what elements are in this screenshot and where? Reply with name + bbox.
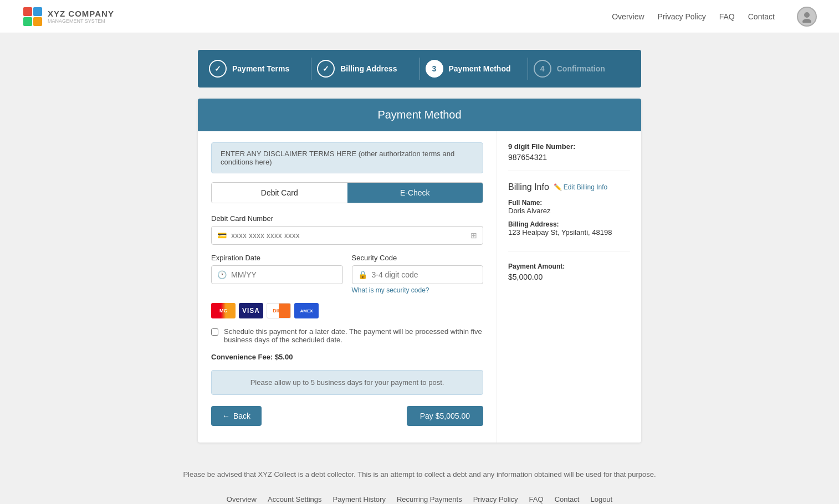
- footer-link-logout[interactable]: Logout: [590, 495, 612, 503]
- edit-billing-label: Edit Billing Info: [564, 183, 607, 191]
- back-button-label: Back: [233, 412, 250, 420]
- main-content: ✓ Payment Terms ✓ Billing Address 3 Paym…: [192, 50, 647, 443]
- full-name-row: Full Name: Doris Alvarez: [508, 199, 630, 215]
- debit-card-tab[interactable]: Debit Card: [212, 183, 347, 203]
- footer-link-account[interactable]: Account Settings: [268, 495, 322, 503]
- file-number-label: 9 digit File Number:: [508, 142, 630, 151]
- footer-notice-text: Please be advised that XYZ Collect is a …: [183, 470, 656, 479]
- expiration-input-wrapper: 🕐: [211, 265, 343, 284]
- step-payment-terms: ✓ Payment Terms: [209, 60, 305, 78]
- svg-rect-1: [33, 7, 42, 16]
- svg-rect-2: [23, 17, 32, 26]
- navbar: XYZ COMPANY MANAGEMENT SYSTEM Overview P…: [0, 0, 839, 33]
- footer-link-overview[interactable]: Overview: [227, 495, 257, 503]
- convenience-fee-value: $5.00: [275, 353, 293, 361]
- clock-icon: 🕐: [217, 270, 227, 279]
- payment-amount-label: Payment Amount:: [508, 263, 630, 270]
- expiry-security-row: Expiration Date 🕐 Security Code 🔒 What i…: [211, 254, 483, 294]
- step-divider-1: [311, 58, 311, 80]
- nav-faq[interactable]: FAQ: [719, 12, 735, 21]
- logo-icon: [22, 6, 43, 27]
- security-input-wrapper: 🔒: [352, 265, 484, 284]
- step-2-circle: ✓: [317, 60, 335, 78]
- full-name-label: Full Name:: [508, 199, 630, 207]
- card-input-icon-right: ⊞: [470, 231, 477, 240]
- svg-point-5: [802, 19, 811, 23]
- echeck-tab[interactable]: E-Check: [347, 183, 483, 203]
- step-2-label: Billing Address: [340, 64, 397, 73]
- pencil-icon: ✏️: [554, 183, 562, 191]
- footer-link-recurring[interactable]: Recurring Payments: [397, 495, 462, 503]
- disclaimer-box: ENTER ANY DISCLAIMER TERMS HERE (other a…: [211, 142, 483, 173]
- amex-logo: AMEX: [294, 303, 319, 318]
- nav-contact[interactable]: Contact: [748, 12, 775, 21]
- security-code-group: Security Code 🔒 What is my security code…: [352, 254, 484, 294]
- info-notice: Please allow up to 5 business days for y…: [211, 370, 483, 395]
- card-number-label: Debit Card Number: [211, 214, 483, 223]
- billing-address-label: Billing Address:: [508, 220, 630, 228]
- card-number-group: Debit Card Number 💳 ⊞: [211, 214, 483, 245]
- footer-link-faq[interactable]: FAQ: [529, 495, 544, 503]
- navbar-links: Overview Privacy Policy FAQ Contact: [612, 7, 817, 27]
- card-left: ENTER ANY DISCLAIMER TERMS HERE (other a…: [198, 131, 497, 443]
- footer-link-payment-history[interactable]: Payment History: [333, 495, 386, 503]
- step-confirmation: 4 Confirmation: [534, 60, 630, 78]
- discover-logo: DISC: [267, 303, 291, 318]
- tab-buttons: Debit Card E-Check: [211, 182, 483, 203]
- brand-name: XYZ COMPANY: [48, 9, 114, 18]
- info-notice-text: Please allow up to 5 business days for y…: [250, 378, 444, 387]
- footer-link-contact[interactable]: Contact: [555, 495, 580, 503]
- file-number-section: 9 digit File Number: 987654321: [508, 142, 630, 171]
- brand: XYZ COMPANY MANAGEMENT SYSTEM: [22, 6, 612, 27]
- stepper: ✓ Payment Terms ✓ Billing Address 3 Paym…: [198, 50, 641, 88]
- billing-info-section: Billing Info ✏️ Edit Billing Info Full N…: [508, 182, 630, 251]
- back-button[interactable]: ← Back: [211, 406, 262, 426]
- edit-billing-link[interactable]: ✏️ Edit Billing Info: [554, 183, 607, 191]
- file-number-value: 987654321: [508, 153, 630, 162]
- payment-amount-value: $5,000.00: [508, 272, 630, 281]
- brand-sub: MANAGEMENT SYSTEM: [48, 18, 114, 24]
- card-body: ENTER ANY DISCLAIMER TERMS HERE (other a…: [198, 131, 641, 443]
- disclaimer-text: ENTER ANY DISCLAIMER TERMS HERE (other a…: [221, 150, 454, 166]
- card-number-input[interactable]: [231, 231, 466, 240]
- nav-privacy[interactable]: Privacy Policy: [658, 12, 706, 21]
- security-label: Security Code: [352, 254, 484, 262]
- security-code-input[interactable]: [372, 270, 478, 279]
- convenience-fee: Convenience Fee: $5.00: [211, 353, 483, 361]
- billing-info-title: Billing Info: [508, 182, 549, 192]
- billing-address-row: Billing Address: 123 Healpay St, Ypsilan…: [508, 220, 630, 236]
- svg-rect-0: [23, 7, 32, 16]
- pay-button[interactable]: Pay $5,005.00: [407, 406, 483, 426]
- back-arrow-icon: ←: [222, 412, 230, 420]
- action-buttons: ← Back Pay $5,005.00: [211, 406, 483, 431]
- step-3-label: Payment Method: [449, 64, 511, 73]
- step-4-label: Confirmation: [557, 64, 605, 73]
- lock-icon: 🔒: [358, 270, 367, 279]
- step-4-circle: 4: [534, 60, 551, 78]
- card-header: Payment Method: [198, 99, 641, 131]
- avatar[interactable]: [797, 7, 817, 27]
- expiration-input[interactable]: [231, 270, 337, 279]
- card-number-input-wrapper: 💳 ⊞: [211, 226, 483, 245]
- schedule-checkbox[interactable]: [211, 328, 218, 336]
- user-icon: [801, 11, 813, 23]
- step-3-circle: 3: [426, 60, 443, 78]
- page-title: Payment Method: [377, 109, 461, 121]
- card-icon: 💳: [217, 231, 227, 240]
- step-divider-3: [528, 58, 528, 80]
- svg-point-4: [804, 12, 810, 18]
- step-divider-2: [420, 58, 420, 80]
- step-payment-method: 3 Payment Method: [426, 60, 522, 78]
- svg-rect-3: [33, 17, 42, 26]
- brand-text: XYZ COMPANY MANAGEMENT SYSTEM: [48, 9, 114, 24]
- schedule-label: Schedule this payment for a later date. …: [224, 327, 483, 344]
- footer-link-privacy[interactable]: Privacy Policy: [473, 495, 518, 503]
- footer-links: Overview Account Settings Payment Histor…: [0, 490, 839, 504]
- full-name-value: Doris Alvarez: [508, 207, 630, 215]
- step-billing-address: ✓ Billing Address: [317, 60, 413, 78]
- convenience-fee-label: Convenience Fee:: [211, 353, 273, 361]
- nav-overview[interactable]: Overview: [612, 12, 644, 21]
- billing-info-header: Billing Info ✏️ Edit Billing Info: [508, 182, 630, 192]
- security-help-link[interactable]: What is my security code?: [352, 286, 484, 294]
- billing-address-value: 123 Healpay St, Ypsilanti, 48198: [508, 228, 630, 236]
